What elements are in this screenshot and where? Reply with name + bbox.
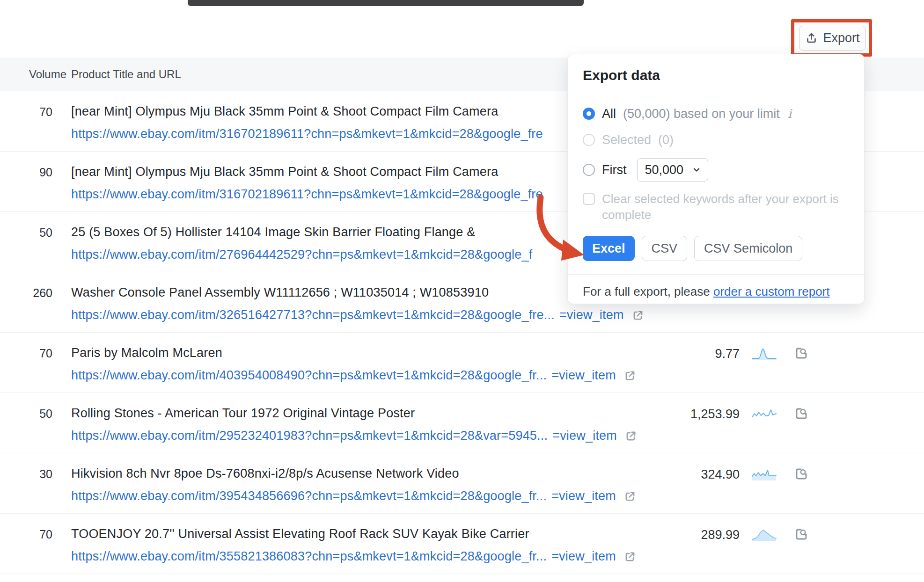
page-preview-icon[interactable] — [795, 467, 808, 480]
product-url-line: https://www.ebay.com/itm/403954008490?ch… — [71, 368, 636, 383]
radio-all[interactable] — [583, 108, 595, 120]
top-dark-bar — [188, 0, 584, 6]
table-top-divider — [0, 46, 924, 46]
product-url-line: https://www.ebay.com/itm/316702189611?ch… — [71, 187, 543, 202]
trend-sparkline-zigzag-line — [752, 408, 777, 421]
volume-value: 260 — [14, 286, 52, 300]
csv-button[interactable]: CSV — [642, 236, 688, 261]
clear-keywords-option: Clear selected keywords after your expor… — [583, 191, 858, 223]
price-value: 9.77 — [641, 347, 740, 361]
trend-sparkline-zigzag-filled — [752, 468, 777, 481]
chevron-down-icon — [692, 166, 701, 174]
column-header-volume: Volume — [29, 58, 66, 91]
clear-keywords-checkbox — [583, 193, 595, 205]
volume-value: 50 — [14, 226, 52, 240]
external-link-icon[interactable] — [624, 551, 636, 563]
csv-semicolon-button[interactable]: CSV Semicolon — [694, 236, 802, 261]
product-title: Rolling Stones - American Tour 1972 Orig… — [71, 406, 415, 421]
price-value: 289.99 — [641, 528, 740, 542]
product-url-line: https://www.ebay.com/itm/326516427713?ch… — [71, 308, 644, 322]
popup-footer: For a full export, please order a custom… — [583, 284, 829, 299]
table-row: 70Paris by Malcolm McLarenhttps://www.eb… — [0, 333, 924, 393]
table-row: 70TOOENJOY 20.7'' Universal Assist Eleva… — [0, 514, 924, 574]
product-url-line: https://www.ebay.com/itm/276964442529?ch… — [71, 247, 532, 262]
product-url-line: https://www.ebay.com/itm/295232401983?ch… — [71, 429, 637, 443]
upload-icon — [805, 32, 818, 44]
product-url-link[interactable]: https://www.ebay.com/itm/316702189611?ch… — [71, 187, 543, 202]
export-popup-title: Export data — [583, 67, 660, 83]
trend-sparkline-peak — [752, 348, 777, 360]
product-url-link[interactable]: https://www.ebay.com/itm/403954008490?ch… — [71, 368, 547, 383]
page-preview-icon[interactable] — [795, 347, 808, 360]
product-url-suffix: =view_item — [552, 429, 617, 443]
product-url-link[interactable]: https://www.ebay.com/itm/395434856696?ch… — [71, 489, 547, 503]
product-url-suffix: =view_item — [559, 308, 624, 322]
info-icon: i — [788, 107, 792, 121]
product-url-line: https://www.ebay.com/itm/355821386083?ch… — [71, 549, 636, 564]
product-title: 25 (5 Boxes Of 5) Hollister 14104 Image … — [71, 225, 475, 240]
radio-selected-label: Selected — [602, 133, 651, 147]
table-row: 30Hikvision 8ch Nvr 8poe Ds-7608nxi-i2/8… — [0, 453, 924, 514]
popup-footer-divider — [568, 274, 864, 275]
product-title: TOOENJOY 20.7'' Universal Assist Elevati… — [71, 527, 529, 541]
external-link-icon[interactable] — [624, 490, 636, 502]
clear-keywords-label: Clear selected keywords after your expor… — [602, 191, 858, 223]
export-button-label: Export — [823, 31, 859, 45]
product-url-line: https://www.ebay.com/itm/395434856696?ch… — [71, 489, 636, 503]
excel-button[interactable]: Excel — [583, 236, 635, 261]
product-url-link[interactable]: https://www.ebay.com/itm/326516427713?ch… — [71, 308, 555, 322]
product-title: Hikvision 8ch Nvr 8poe Ds-7608nxi-i2/8p/… — [71, 466, 459, 481]
limit-dropdown-value: 50,000 — [645, 163, 683, 177]
export-popup: Export data All (50,000) based on your l… — [567, 54, 865, 304]
external-link-icon[interactable] — [624, 370, 636, 382]
limit-dropdown[interactable]: 50,000 — [637, 158, 708, 182]
product-url-suffix: =view_item — [551, 489, 616, 503]
product-title: Washer Console Panel Assembly W11112656 … — [71, 285, 489, 300]
order-custom-report-link[interactable]: order a custom report — [713, 284, 830, 298]
volume-value: 70 — [14, 347, 52, 360]
radio-all-label: All — [602, 107, 616, 121]
volume-value: 30 — [14, 467, 52, 481]
radio-all-note: (50,000) based on your limit — [623, 107, 780, 121]
column-header-title-url: Product Title and URL — [71, 58, 181, 91]
radio-first-label: First — [602, 163, 626, 177]
radio-selected-note: (0) — [658, 133, 674, 147]
popup-footer-text: For a full export, please — [583, 284, 713, 298]
page-preview-icon[interactable] — [795, 407, 808, 420]
product-url-suffix: =view_item — [551, 368, 616, 383]
export-button[interactable]: Export — [799, 26, 866, 51]
format-buttons: Excel CSV CSV Semicolon — [583, 236, 802, 261]
product-url-line: https://www.ebay.com/itm/316702189611?ch… — [71, 127, 543, 141]
radio-first[interactable] — [583, 164, 595, 176]
product-url-link[interactable]: https://www.ebay.com/itm/355821386083?ch… — [71, 549, 547, 564]
volume-value: 90 — [14, 166, 52, 179]
screen: Volume Product Title and URL 70[near Min… — [0, 0, 924, 582]
external-link-icon[interactable] — [632, 309, 644, 321]
product-title: [near Mint] Olympus Mju Black 35mm Point… — [71, 104, 498, 119]
export-option-all: All (50,000) based on your limit i — [583, 107, 792, 121]
product-title: [near Mint] Olympus Mju Black 35mm Point… — [71, 165, 498, 179]
volume-value: 70 — [14, 105, 52, 119]
product-url-link[interactable]: https://www.ebay.com/itm/276964442529?ch… — [71, 247, 532, 262]
product-url-link[interactable]: https://www.ebay.com/itm/316702189611?ch… — [71, 127, 543, 141]
export-option-selected: Selected (0) — [583, 133, 674, 147]
external-link-icon[interactable] — [625, 430, 637, 442]
price-value: 1,253.99 — [641, 407, 740, 422]
product-title: Paris by Malcolm McLaren — [71, 346, 222, 360]
product-url-link[interactable]: https://www.ebay.com/itm/295232401983?ch… — [71, 429, 548, 443]
radio-selected — [583, 134, 595, 146]
price-value: 324.90 — [641, 467, 740, 482]
export-option-first: First 50,000 — [583, 158, 708, 182]
product-url-suffix: =view_item — [551, 549, 616, 564]
volume-value: 50 — [14, 407, 52, 421]
volume-value: 70 — [14, 528, 52, 541]
page-preview-icon[interactable] — [795, 528, 808, 541]
trend-sparkline-hump-filled — [752, 529, 777, 541]
table-row: 50Rolling Stones - American Tour 1972 Or… — [0, 393, 924, 453]
